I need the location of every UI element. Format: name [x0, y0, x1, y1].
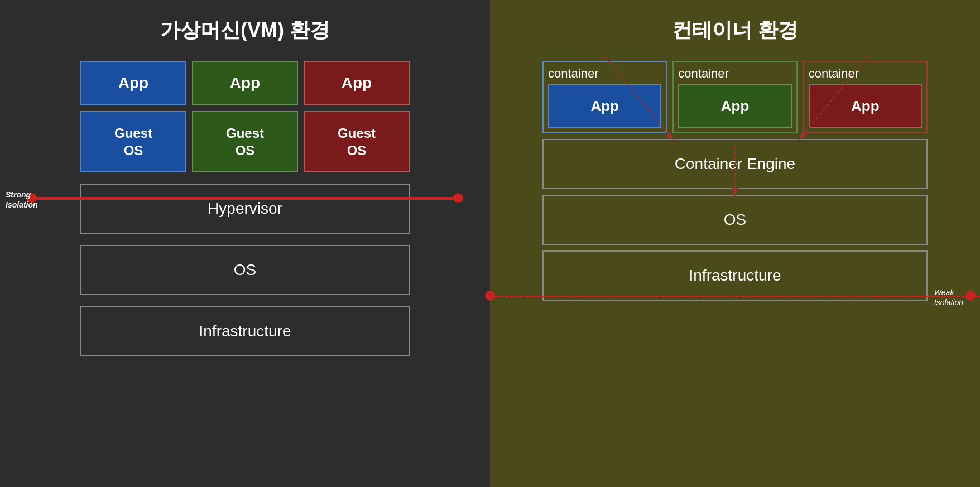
strong-isolation-dot-right [453, 193, 463, 203]
container-inner: container App container App container Ap… [512, 61, 958, 301]
app-box-1: App [80, 61, 186, 105]
guest-box-3: GuestOS [304, 111, 410, 172]
strong-isolation-label: StrongIsolation [6, 190, 38, 210]
app-box-3: App [304, 61, 410, 105]
weak-dot-right [965, 291, 976, 301]
os-box-right: OS [542, 195, 928, 245]
weak-dot-left [485, 291, 495, 301]
container-title: 컨테이너 환경 [672, 17, 798, 44]
weak-isolation-label: WeakIsolation [934, 287, 963, 307]
hypervisor-box: Hypervisor [80, 184, 410, 234]
os-arrow-svg [718, 146, 752, 201]
vm-content: App App App GuestOS GuestOS GuestOS Hype… [80, 61, 410, 356]
container-panel: 컨테이너 환경 container App container App cont… [490, 0, 980, 487]
svg-line-2 [800, 56, 867, 139]
app-row: App App App [80, 61, 410, 105]
vm-panel: 가상머신(VM) 환경 App App App GuestOS GuestOS … [0, 0, 490, 487]
weak-isolation-line [490, 296, 980, 297]
guest-box-2: GuestOS [192, 111, 298, 172]
guest-row: GuestOS GuestOS GuestOS [80, 111, 410, 172]
app-box-2: App [192, 61, 298, 105]
guest-box-1: GuestOS [80, 111, 186, 172]
vm-title: 가상머신(VM) 환경 [160, 17, 330, 44]
infra-box-left: Infrastructure [80, 306, 410, 356]
svg-line-1 [605, 56, 672, 139]
infra-box-right: Infrastructure [542, 250, 928, 301]
os-box-left: OS [80, 245, 410, 295]
strong-isolation-line [31, 197, 459, 200]
